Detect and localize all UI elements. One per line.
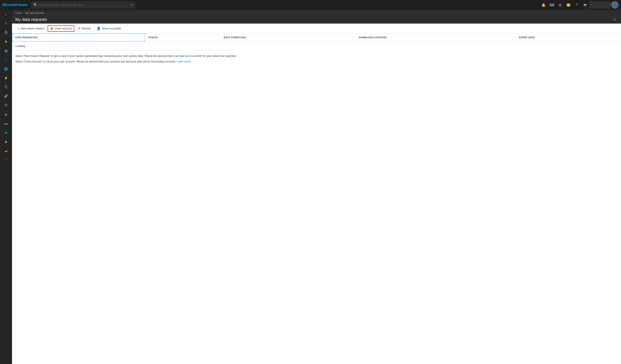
new-export-button[interactable]: + New export request	[15, 25, 47, 32]
sidebar-expand-btn[interactable]: »	[2, 12, 10, 17]
sidebar-item-cloud[interactable]: ☁	[2, 146, 10, 155]
data-table: DATE REQUESTED STATUS DATE COMPLETED DOW…	[12, 33, 621, 51]
close-account-label: Close account	[55, 27, 72, 30]
new-export-label: New export request	[21, 27, 44, 30]
sidebar-item-functions[interactable]: ⚡	[2, 74, 10, 82]
top-bar: Microsoft Azure 🔍 ✕ 🔔 ⌨ ⚙ 🙂 ? ⬒ 👤	[0, 0, 621, 10]
info-line-1: Select "New Export Request" to get a cop…	[15, 54, 618, 58]
info-area: Select "New Export Request" to get a cop…	[12, 51, 621, 64]
table-row-loading: Loading...	[12, 41, 621, 51]
table-body: Loading...	[12, 41, 621, 51]
close-account-button[interactable]: 🗑 Close account	[48, 25, 74, 32]
breadcrumb-current: My data requests	[25, 12, 44, 15]
notifications-icon[interactable]: 🔔	[540, 1, 547, 9]
sidebar-item-storage[interactable]: ▬	[2, 119, 10, 128]
sidebar-item-security[interactable]: 🛡	[2, 156, 10, 164]
sidebar-item-devops[interactable]: ◈	[2, 128, 10, 137]
col-date-requested[interactable]: DATE REQUESTED	[12, 34, 145, 41]
col-download-location[interactable]: DOWNLOAD LOCATION	[356, 34, 516, 41]
learn-more-link[interactable]: Learn more.	[177, 60, 191, 63]
page-title-row: My data requests ×	[15, 15, 618, 24]
close-button[interactable]: ×	[612, 16, 618, 23]
refresh-button[interactable]: ↺ Refresh	[75, 25, 94, 32]
info-line-2: Select "Close Account" to close your use…	[15, 60, 618, 64]
loading-cell: Loading...	[12, 41, 621, 51]
sidebar-item-rocket[interactable]: 🚀	[2, 92, 10, 100]
sidebar-item-create[interactable]: +	[2, 19, 10, 28]
refresh-label: Refresh	[82, 27, 91, 30]
main-layout: » + ☰ ★ ▦ ⬡ 🌐 ⚡ 🗄 🚀 🖥 ◆ ▬ ◈ ◆ ☁ 🛡 Home ›…	[0, 10, 621, 364]
col-expiry-date[interactable]: EXPIRY DATE	[516, 34, 621, 41]
breadcrumb-home[interactable]: Home	[15, 12, 22, 15]
search-icon: 🔍	[34, 3, 37, 7]
portal-icon[interactable]: ⬒	[581, 1, 589, 9]
avatar[interactable]: 👤	[611, 1, 619, 9]
sidebar-item-vms[interactable]: 🖥	[2, 101, 10, 110]
breadcrumb-separator: ›	[23, 12, 24, 15]
sidebar: » + ☰ ★ ▦ ⬡ 🌐 ⚡ 🗄 🚀 🖥 ◆ ▬ ◈ ◆ ☁ 🛡	[0, 10, 12, 364]
trash-icon: 🗑	[50, 27, 53, 30]
search-clear-icon[interactable]: ✕	[130, 3, 133, 7]
profile-icon: 👤	[97, 27, 101, 30]
account-selector[interactable]	[589, 2, 610, 8]
search-input[interactable]	[39, 3, 129, 7]
table-header: DATE REQUESTED STATUS DATE COMPLETED DOW…	[12, 34, 621, 41]
sidebar-item-dashboard[interactable]: ▦	[2, 46, 10, 55]
toolbar: + New export request 🗑 Close account ↺ R…	[12, 24, 621, 33]
table-container: DATE REQUESTED STATUS DATE COMPLETED DOW…	[12, 33, 621, 364]
app-logo: Microsoft Azure	[2, 3, 27, 7]
settings-icon[interactable]: ⚙	[556, 1, 564, 9]
sidebar-item-favorites[interactable]: ★	[2, 37, 10, 46]
sidebar-item-sql[interactable]: 🗄	[2, 83, 10, 91]
sidebar-item-web[interactable]: 🌐	[2, 64, 10, 73]
plus-icon: +	[18, 27, 20, 30]
feedback-icon[interactable]: 🙂	[565, 1, 572, 9]
col-status[interactable]: STATUS	[145, 34, 221, 41]
sidebar-item-all-services[interactable]: ☰	[2, 28, 10, 37]
col-date-completed[interactable]: DATE COMPLETED	[221, 34, 356, 41]
show-profile-label: Show my profile	[102, 27, 121, 30]
info-line-2-text: Select "Close Account" to close your use…	[15, 60, 176, 63]
breadcrumb: Home › My data requests	[15, 12, 618, 15]
help-icon[interactable]: ?	[573, 1, 580, 9]
page-title: My data requests	[15, 17, 47, 22]
page-header: Home › My data requests My data requests…	[12, 10, 621, 24]
sidebar-item-api[interactable]: ◆	[2, 110, 10, 119]
global-search-box[interactable]: 🔍 ✕	[32, 2, 135, 8]
top-bar-icons: 🔔 ⌨ ⚙ 🙂 ? ⬒ 👤	[540, 1, 619, 9]
sidebar-item-resource-groups[interactable]: ⬡	[2, 55, 10, 64]
show-profile-button[interactable]: 👤 Show my profile	[94, 25, 123, 32]
table-header-row: DATE REQUESTED STATUS DATE COMPLETED DOW…	[12, 34, 621, 41]
cloud-shell-icon[interactable]: ⌨	[548, 1, 556, 9]
refresh-icon: ↺	[78, 27, 80, 30]
sidebar-item-static-apps[interactable]: ◆	[2, 137, 10, 146]
content-area: Home › My data requests My data requests…	[12, 10, 621, 364]
